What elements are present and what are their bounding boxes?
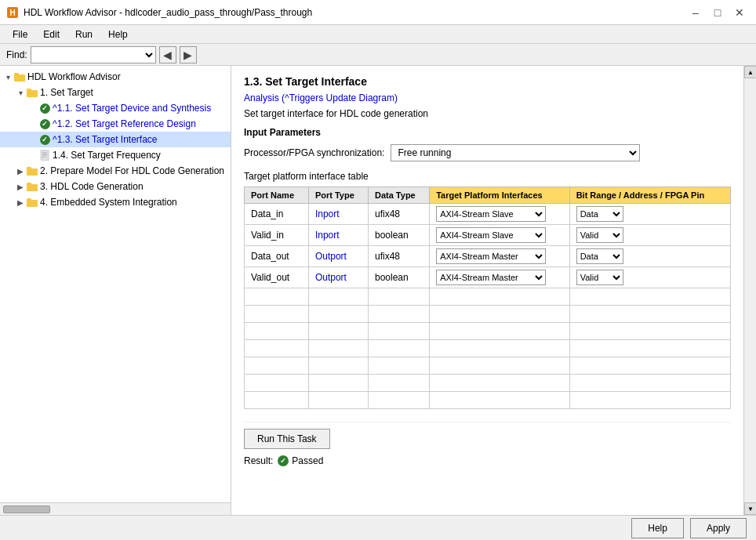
toggle-3[interactable]: ▶ [16,182,25,191]
table-row-empty [245,340,731,357]
title-bar-left: H HDL Workflow Advisor - hdlcoder_audio_… [6,6,312,19]
analysis-link[interactable]: Analysis (^Triggers Update Diagram) [244,92,398,103]
menu-help[interactable]: Help [102,27,134,42]
left-scrollbar[interactable] [0,502,231,515]
help-button[interactable]: Help [631,518,684,538]
tree-item-2[interactable]: ▶ 2. Prepare Model For HDL Code Generati… [0,163,231,179]
td-dtype-1: boolean [368,225,429,246]
minimize-button[interactable]: – [685,4,706,21]
td-bitrange-2: Data Valid [569,246,730,267]
tree-item-1-2[interactable]: ✓ ^1.2. Set Target Reference Design [0,116,231,132]
tree-item-set-target[interactable]: ▾ 1. Set Target [0,85,231,100]
interface-select-3[interactable]: AXI4-Stream Master AXI4-Stream Slave No … [436,270,546,285]
td-interface-0: AXI4-Stream Slave AXI4-Stream Master No … [430,204,569,225]
td-dtype-3: boolean [368,267,429,288]
check-icon-1-3: ✓ [39,134,50,145]
interface-select-1[interactable]: AXI4-Stream Slave AXI4-Stream Master No … [436,227,546,243]
th-type: Port Type [308,187,368,204]
td-bitrange-0: Data Valid [569,204,730,225]
apply-button[interactable]: Apply [690,518,747,538]
folder-icon [14,71,25,82]
result-label: Result: [244,455,273,466]
bitrange-select-2[interactable]: Data Valid [576,248,623,264]
menu-run[interactable]: Run [69,27,99,42]
section-title: 1.3. Set Target Interface [244,75,731,88]
title-bar: H HDL Workflow Advisor - hdlcoder_audio_… [0,0,756,25]
svg-rect-13 [27,183,31,186]
tree-label-1-4: 1.4. Set Target Frequency [53,150,161,161]
forward-button[interactable]: ▶ [180,46,197,63]
toggle-4[interactable]: ▶ [16,198,25,207]
scroll-down-button[interactable]: ▼ [744,502,756,515]
toggle-set-target[interactable]: ▾ [16,88,25,97]
table-row-empty [245,306,731,323]
tree-label-root: HDL Workflow Advisor [27,71,121,82]
toggle-root[interactable]: ▾ [3,72,13,82]
passed-text: Passed [292,455,323,466]
toggle-2[interactable]: ▶ [16,166,25,176]
passed-icon: ✓ [278,455,289,466]
result-badge: ✓ Passed [278,455,323,466]
tree-label-1-3: ^1.3. Set Target Interface [53,134,158,145]
menu-bar: File Edit Run Help [0,25,756,44]
td-port-2: Data_out [245,246,309,267]
table-row: Data_out Outport ufix48 AXI4-Stream Mast… [245,246,731,267]
svg-rect-11 [27,167,31,170]
bitrange-select-3[interactable]: Valid Data [576,270,623,285]
menu-file[interactable]: File [6,27,34,42]
main-layout: ▾ HDL Workflow Advisor ▾ 1. Set Target ✓ [0,66,756,515]
table-row-empty [245,375,731,392]
run-task-button[interactable]: Run This Task [244,429,330,449]
svg-text:H: H [9,9,15,17]
back-button[interactable]: ◀ [159,46,176,63]
tree-item-1-3[interactable]: ✓ ^1.3. Set Target Interface [0,132,231,147]
tree-container: ▾ HDL Workflow Advisor ▾ 1. Set Target ✓ [0,66,231,502]
maximize-button[interactable]: □ [707,4,728,21]
tree-label-3: 3. HDL Code Generation [40,181,144,192]
folder-icon-target [27,87,38,98]
scroll-thumb[interactable] [3,506,50,513]
folder-icon-2 [27,165,38,176]
table-row-empty [245,288,731,306]
right-scrollbar[interactable]: ▲ ▼ [743,66,756,515]
left-panel: ▾ HDL Workflow Advisor ▾ 1. Set Target ✓ [0,66,231,515]
tree-item-1-1[interactable]: ✓ ^1.1. Set Target Device and Synthesis [0,100,231,116]
scroll-up-button[interactable]: ▲ [744,66,756,78]
table-row-empty [245,323,731,340]
table-row-empty [245,357,731,375]
table-row-empty [245,392,731,409]
menu-edit[interactable]: Edit [37,27,66,42]
processor-select[interactable]: Free running Coprocessing - blocking Cop… [391,144,640,161]
tree-item-4[interactable]: ▶ 4. Embedded System Integration [0,194,231,210]
svg-rect-15 [27,198,31,201]
td-port-1: Valid_in [245,225,309,246]
find-label: Find: [6,49,27,60]
toggle-1-4 [28,150,38,160]
svg-rect-3 [14,73,19,76]
close-button[interactable]: ✕ [729,4,750,21]
bitrange-select-0[interactable]: Data Valid [576,206,623,222]
tree-item-root[interactable]: ▾ HDL Workflow Advisor [0,69,231,85]
find-combo[interactable] [31,46,156,63]
td-port-0: Data_in [245,204,309,225]
tree-label-set-target: 1. Set Target [40,87,93,98]
tree-item-1-4[interactable]: 1.4. Set Target Frequency [0,147,231,163]
param-row-processor: Processor/FPGA synchronization: Free run… [244,144,731,161]
td-bitrange-1: Valid Data [569,225,730,246]
right-with-scroll: 1.3. Set Target Interface Analysis (^Tri… [231,66,756,515]
toolbar: Find: ◀ ▶ [0,44,756,66]
interface-select-2[interactable]: AXI4-Stream Master AXI4-Stream Slave No … [436,248,546,264]
right-panel: 1.3. Set Target Interface Analysis (^Tri… [231,66,743,515]
bitrange-select-1[interactable]: Valid Data [576,227,623,243]
interface-select-0[interactable]: AXI4-Stream Slave AXI4-Stream Master No … [436,206,546,222]
tree-item-3[interactable]: ▶ 3. HDL Code Generation [0,179,231,194]
tree-label-4: 4. Embedded System Integration [40,197,177,208]
th-bitrange: Bit Range / Address / FPGA Pin [569,187,730,204]
processor-label: Processor/FPGA synchronization: [244,147,384,158]
td-dtype-0: ufix48 [368,204,429,225]
tree-label-2: 2. Prepare Model For HDL Code Generation [40,165,224,176]
window-controls: – □ ✕ [685,4,750,21]
td-type-1: Inport [308,225,368,246]
input-params-title: Input Parameters [244,127,731,138]
toggle-1-1 [28,103,38,113]
